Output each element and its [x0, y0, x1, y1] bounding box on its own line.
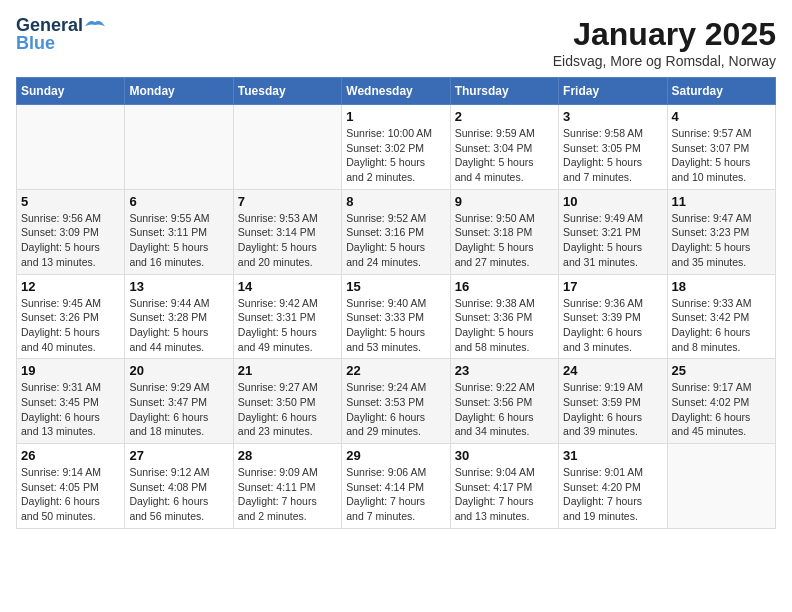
day-number: 22 — [346, 363, 445, 378]
day-info: Sunrise: 9:01 AM Sunset: 4:20 PM Dayligh… — [563, 465, 662, 524]
calendar-cell: 1Sunrise: 10:00 AM Sunset: 3:02 PM Dayli… — [342, 105, 450, 190]
day-info: Sunrise: 9:45 AM Sunset: 3:26 PM Dayligh… — [21, 296, 120, 355]
calendar-week-row: 19Sunrise: 9:31 AM Sunset: 3:45 PM Dayli… — [17, 359, 776, 444]
calendar-cell: 13Sunrise: 9:44 AM Sunset: 3:28 PM Dayli… — [125, 274, 233, 359]
calendar-title: January 2025 — [553, 16, 776, 53]
day-info: Sunrise: 9:52 AM Sunset: 3:16 PM Dayligh… — [346, 211, 445, 270]
calendar-cell: 28Sunrise: 9:09 AM Sunset: 4:11 PM Dayli… — [233, 444, 341, 529]
calendar-cell: 15Sunrise: 9:40 AM Sunset: 3:33 PM Dayli… — [342, 274, 450, 359]
day-info: Sunrise: 9:58 AM Sunset: 3:05 PM Dayligh… — [563, 126, 662, 185]
day-number: 26 — [21, 448, 120, 463]
day-number: 18 — [672, 279, 771, 294]
calendar-table: SundayMondayTuesdayWednesdayThursdayFrid… — [16, 77, 776, 529]
day-info: Sunrise: 9:27 AM Sunset: 3:50 PM Dayligh… — [238, 380, 337, 439]
calendar-cell: 3Sunrise: 9:58 AM Sunset: 3:05 PM Daylig… — [559, 105, 667, 190]
day-info: Sunrise: 9:17 AM Sunset: 4:02 PM Dayligh… — [672, 380, 771, 439]
calendar-cell: 14Sunrise: 9:42 AM Sunset: 3:31 PM Dayli… — [233, 274, 341, 359]
day-info: Sunrise: 9:19 AM Sunset: 3:59 PM Dayligh… — [563, 380, 662, 439]
day-number: 7 — [238, 194, 337, 209]
calendar-cell: 24Sunrise: 9:19 AM Sunset: 3:59 PM Dayli… — [559, 359, 667, 444]
day-info: Sunrise: 9:42 AM Sunset: 3:31 PM Dayligh… — [238, 296, 337, 355]
calendar-cell — [17, 105, 125, 190]
calendar-cell: 31Sunrise: 9:01 AM Sunset: 4:20 PM Dayli… — [559, 444, 667, 529]
day-number: 25 — [672, 363, 771, 378]
calendar-subtitle: Eidsvag, More og Romsdal, Norway — [553, 53, 776, 69]
day-info: Sunrise: 9:55 AM Sunset: 3:11 PM Dayligh… — [129, 211, 228, 270]
calendar-cell: 19Sunrise: 9:31 AM Sunset: 3:45 PM Dayli… — [17, 359, 125, 444]
calendar-cell: 25Sunrise: 9:17 AM Sunset: 4:02 PM Dayli… — [667, 359, 775, 444]
calendar-cell: 22Sunrise: 9:24 AM Sunset: 3:53 PM Dayli… — [342, 359, 450, 444]
weekday-header-friday: Friday — [559, 78, 667, 105]
logo-text: GeneralBlue — [16, 16, 83, 52]
day-number: 27 — [129, 448, 228, 463]
page-header: GeneralBlue January 2025 Eidsvag, More o… — [16, 16, 776, 69]
day-number: 19 — [21, 363, 120, 378]
day-number: 31 — [563, 448, 662, 463]
day-number: 5 — [21, 194, 120, 209]
weekday-header-row: SundayMondayTuesdayWednesdayThursdayFrid… — [17, 78, 776, 105]
day-info: Sunrise: 9:47 AM Sunset: 3:23 PM Dayligh… — [672, 211, 771, 270]
day-number: 13 — [129, 279, 228, 294]
day-number: 21 — [238, 363, 337, 378]
calendar-week-row: 26Sunrise: 9:14 AM Sunset: 4:05 PM Dayli… — [17, 444, 776, 529]
day-info: Sunrise: 9:14 AM Sunset: 4:05 PM Dayligh… — [21, 465, 120, 524]
day-info: Sunrise: 9:57 AM Sunset: 3:07 PM Dayligh… — [672, 126, 771, 185]
calendar-cell: 16Sunrise: 9:38 AM Sunset: 3:36 PM Dayli… — [450, 274, 558, 359]
day-info: Sunrise: 9:36 AM Sunset: 3:39 PM Dayligh… — [563, 296, 662, 355]
calendar-cell: 6Sunrise: 9:55 AM Sunset: 3:11 PM Daylig… — [125, 189, 233, 274]
day-number: 11 — [672, 194, 771, 209]
title-area: January 2025 Eidsvag, More og Romsdal, N… — [553, 16, 776, 69]
day-info: Sunrise: 9:29 AM Sunset: 3:47 PM Dayligh… — [129, 380, 228, 439]
calendar-week-row: 5Sunrise: 9:56 AM Sunset: 3:09 PM Daylig… — [17, 189, 776, 274]
calendar-week-row: 12Sunrise: 9:45 AM Sunset: 3:26 PM Dayli… — [17, 274, 776, 359]
day-info: Sunrise: 9:04 AM Sunset: 4:17 PM Dayligh… — [455, 465, 554, 524]
calendar-cell: 23Sunrise: 9:22 AM Sunset: 3:56 PM Dayli… — [450, 359, 558, 444]
day-info: Sunrise: 9:49 AM Sunset: 3:21 PM Dayligh… — [563, 211, 662, 270]
calendar-cell: 11Sunrise: 9:47 AM Sunset: 3:23 PM Dayli… — [667, 189, 775, 274]
weekday-header-sunday: Sunday — [17, 78, 125, 105]
calendar-cell: 8Sunrise: 9:52 AM Sunset: 3:16 PM Daylig… — [342, 189, 450, 274]
logo-blue: Blue — [16, 33, 55, 53]
calendar-cell — [233, 105, 341, 190]
day-info: Sunrise: 9:40 AM Sunset: 3:33 PM Dayligh… — [346, 296, 445, 355]
calendar-cell: 21Sunrise: 9:27 AM Sunset: 3:50 PM Dayli… — [233, 359, 341, 444]
day-number: 20 — [129, 363, 228, 378]
calendar-week-row: 1Sunrise: 10:00 AM Sunset: 3:02 PM Dayli… — [17, 105, 776, 190]
weekday-header-wednesday: Wednesday — [342, 78, 450, 105]
day-info: Sunrise: 9:31 AM Sunset: 3:45 PM Dayligh… — [21, 380, 120, 439]
calendar-cell: 2Sunrise: 9:59 AM Sunset: 3:04 PM Daylig… — [450, 105, 558, 190]
day-number: 28 — [238, 448, 337, 463]
day-number: 10 — [563, 194, 662, 209]
day-info: Sunrise: 9:09 AM Sunset: 4:11 PM Dayligh… — [238, 465, 337, 524]
day-info: Sunrise: 9:50 AM Sunset: 3:18 PM Dayligh… — [455, 211, 554, 270]
calendar-cell: 20Sunrise: 9:29 AM Sunset: 3:47 PM Dayli… — [125, 359, 233, 444]
day-number: 1 — [346, 109, 445, 124]
calendar-cell — [667, 444, 775, 529]
day-number: 8 — [346, 194, 445, 209]
day-number: 15 — [346, 279, 445, 294]
day-info: Sunrise: 9:22 AM Sunset: 3:56 PM Dayligh… — [455, 380, 554, 439]
day-number: 2 — [455, 109, 554, 124]
weekday-header-saturday: Saturday — [667, 78, 775, 105]
day-info: Sunrise: 9:56 AM Sunset: 3:09 PM Dayligh… — [21, 211, 120, 270]
day-number: 12 — [21, 279, 120, 294]
weekday-header-thursday: Thursday — [450, 78, 558, 105]
calendar-cell — [125, 105, 233, 190]
calendar-cell: 17Sunrise: 9:36 AM Sunset: 3:39 PM Dayli… — [559, 274, 667, 359]
calendar-cell: 27Sunrise: 9:12 AM Sunset: 4:08 PM Dayli… — [125, 444, 233, 529]
day-info: Sunrise: 9:12 AM Sunset: 4:08 PM Dayligh… — [129, 465, 228, 524]
calendar-cell: 26Sunrise: 9:14 AM Sunset: 4:05 PM Dayli… — [17, 444, 125, 529]
calendar-cell: 9Sunrise: 9:50 AM Sunset: 3:18 PM Daylig… — [450, 189, 558, 274]
day-number: 6 — [129, 194, 228, 209]
calendar-cell: 7Sunrise: 9:53 AM Sunset: 3:14 PM Daylig… — [233, 189, 341, 274]
day-info: Sunrise: 9:59 AM Sunset: 3:04 PM Dayligh… — [455, 126, 554, 185]
day-number: 16 — [455, 279, 554, 294]
day-number: 24 — [563, 363, 662, 378]
day-number: 30 — [455, 448, 554, 463]
day-number: 29 — [346, 448, 445, 463]
day-info: Sunrise: 10:00 AM Sunset: 3:02 PM Daylig… — [346, 126, 445, 185]
day-info: Sunrise: 9:53 AM Sunset: 3:14 PM Dayligh… — [238, 211, 337, 270]
weekday-header-monday: Monday — [125, 78, 233, 105]
calendar-cell: 10Sunrise: 9:49 AM Sunset: 3:21 PM Dayli… — [559, 189, 667, 274]
day-number: 14 — [238, 279, 337, 294]
